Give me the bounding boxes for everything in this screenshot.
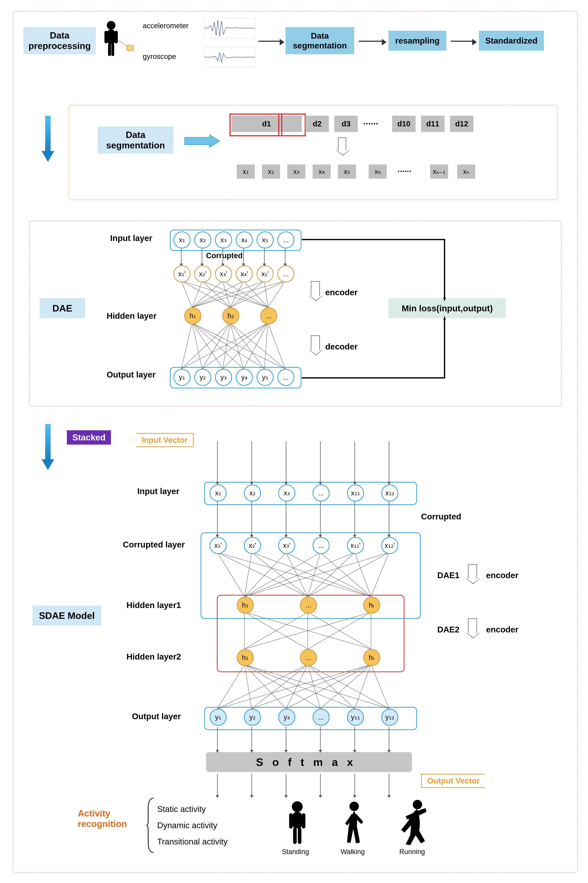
sdae-corr-label: Corrupted layer: [123, 540, 185, 550]
d-cell: d3: [334, 116, 358, 132]
enc2-label: encoder: [486, 625, 518, 634]
svg-rect-2: [105, 31, 108, 44]
sdae-hidden1-node: hₜ: [363, 597, 380, 614]
walking-icon: [338, 801, 369, 847]
x-cell: x₁: [237, 165, 255, 179]
d-cell: d11: [421, 116, 444, 132]
down-arrow-icon: [468, 564, 477, 580]
activity-type: Transitional activity: [157, 833, 228, 850]
sdae-input-node: x₃: [278, 485, 295, 502]
softmax-box: Softmax: [206, 752, 412, 772]
activity-type: Static activity: [157, 801, 228, 817]
svg-rect-1: [108, 30, 115, 44]
svg-rect-12: [289, 813, 293, 829]
down-arrow-icon: [468, 618, 477, 634]
dae-corrupted-node: x₅': [256, 266, 274, 282]
svg-rect-5: [111, 44, 114, 56]
dae-label: DAE: [40, 298, 85, 318]
running-label: Running: [399, 848, 425, 856]
dae-hidden-node: h₂: [222, 307, 239, 324]
dae-corrupted-node: x₃': [215, 266, 232, 282]
sdae-output-node: y₃: [278, 709, 295, 726]
sdae-input-node: x₂: [244, 485, 261, 502]
output-layer-label: Output layer: [106, 370, 156, 380]
dae-corrupted-node: ...: [278, 266, 294, 282]
dae-output-node: y₄: [236, 369, 253, 386]
walking-label: Walking: [340, 848, 365, 856]
seg-arrow-icon: [184, 134, 220, 148]
sdae-corrupted-node: x₁': [210, 537, 226, 554]
svg-point-10: [292, 801, 303, 812]
sdae-output-node: y₁: [210, 709, 226, 726]
arrow-icon: [359, 41, 382, 42]
dae-corrupted-node: x₂': [194, 266, 211, 282]
dae-input-node: x₃: [215, 231, 232, 248]
sdae-hidden1-node: ...: [300, 597, 317, 614]
running-icon: [394, 799, 430, 847]
brace-icon: [146, 797, 155, 853]
sdae-output-node: ...: [313, 709, 330, 726]
standing-icon: [284, 801, 311, 847]
dots: ······: [363, 119, 378, 129]
sdae-corrupted-node: x₁₂': [381, 537, 398, 554]
sdae-output-node: y₂: [244, 709, 261, 726]
sdae-label: SDAE Model: [33, 606, 101, 626]
down-arrow-icon: [338, 137, 346, 151]
dae-output-node: y₅: [256, 369, 274, 386]
sdae-corrupted-node: ...: [313, 537, 330, 554]
dae2-label: DAE2: [437, 625, 459, 634]
resampling-box: resampling: [388, 31, 446, 51]
svg-marker-8: [443, 297, 446, 302]
sdae-corrupted-node: x₃': [278, 537, 295, 554]
dots: ······: [398, 166, 411, 176]
activity-type: Dynamic activity: [157, 817, 228, 833]
d-cell: d10: [392, 116, 416, 132]
activity-title: Activity recognition: [78, 808, 127, 829]
sdae-input-node: x₁: [210, 485, 226, 502]
sdae-corrupted-node: x₁₁': [347, 537, 364, 554]
gyroscope-label: gyroscope: [143, 53, 176, 60]
seg-label: Data segmentation: [98, 126, 174, 154]
sdae-out-label: Output layer: [132, 712, 181, 721]
dae-corrupted-node: x₄': [236, 266, 253, 282]
x-cell: xₙ: [457, 165, 475, 179]
dae-input-node: x₅: [256, 231, 274, 248]
accel-waveform-icon: [204, 18, 255, 38]
corrupted-label: Corrupted: [206, 251, 243, 260]
standardized-box: Standardized: [479, 31, 544, 51]
dae-output-node: y₂: [194, 369, 211, 386]
sdae-h2-label: Hidden layer2: [126, 652, 181, 662]
dae-corrupted-node: x₁': [174, 266, 190, 282]
x-cell: x₃: [287, 165, 305, 179]
data-seg-box: Data segmentation: [285, 27, 354, 54]
input-layer-label: Input layer: [110, 233, 152, 243]
sdae-output-node: y₁₁: [347, 709, 364, 726]
svg-rect-13: [302, 813, 305, 829]
standing-label: Standing: [282, 848, 309, 856]
sdae-input-node: x₁₂: [381, 485, 398, 502]
gyro-waveform-icon: [204, 47, 255, 67]
x-cell: x₅: [338, 165, 356, 179]
sdae-corrupted-node: x₂': [244, 537, 261, 554]
dae-hidden-node: h₁: [184, 307, 201, 324]
sdae-hidden2-node: ...: [300, 649, 317, 666]
d-cell: d2: [305, 116, 329, 132]
d-cell: d12: [450, 116, 473, 132]
sdae-output-node: y₁₂: [381, 709, 398, 726]
x-cell: x₄: [313, 165, 331, 179]
sdae-input-node: ...: [313, 485, 330, 502]
dae-hidden-node: ...: [260, 307, 277, 324]
dae-input-node: x₄: [236, 231, 253, 248]
dae-output-node: ...: [278, 369, 294, 386]
svg-point-16: [350, 802, 359, 811]
svg-rect-15: [298, 828, 302, 844]
input-vector-tag: Input Vector: [130, 433, 194, 447]
hidden-layer-label: Hidden layer: [106, 311, 156, 321]
dae-output-node: y₃: [215, 369, 232, 386]
sdae-hidden2-node: h₁: [237, 649, 254, 666]
activity-list: Static activity Dynamic activity Transit…: [157, 801, 228, 850]
svg-rect-11: [293, 812, 302, 828]
sdae-hidden1-node: h₁: [237, 597, 254, 614]
stacked-label: Stacked: [67, 430, 111, 445]
dae-output-node: y₁: [174, 369, 190, 386]
